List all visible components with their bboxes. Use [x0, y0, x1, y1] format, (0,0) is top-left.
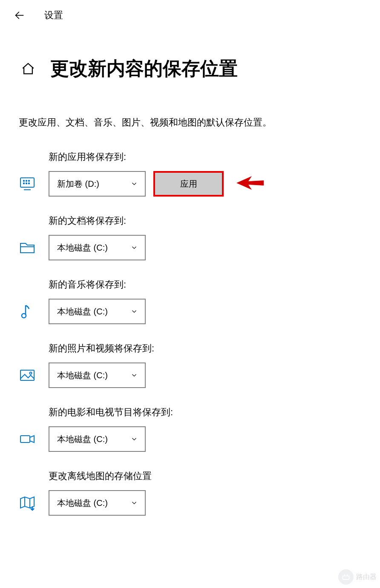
setting-apps: 新的应用将保存到: 新加卷 (D:) 应用: [19, 151, 361, 197]
dropdown-label: 新加卷 (D:): [57, 178, 99, 190]
chevron-down-icon: [130, 371, 138, 379]
svg-point-4: [26, 180, 27, 181]
svg-point-6: [23, 183, 24, 184]
keyboard-monitor-icon: [19, 175, 41, 192]
photos-drive-dropdown[interactable]: 本地磁盘 (C:): [49, 363, 146, 388]
setting-movies-label: 新的电影和电视节目将保存到:: [49, 406, 361, 419]
chevron-down-icon: [130, 244, 138, 251]
music-drive-dropdown[interactable]: 本地磁盘 (C:): [49, 299, 146, 324]
back-button[interactable]: [12, 8, 27, 23]
svg-rect-1: [20, 178, 34, 187]
chevron-down-icon: [130, 308, 138, 315]
dropdown-label: 本地磁盘 (C:): [57, 306, 108, 317]
page-description: 更改应用、文档、音乐、图片、视频和地图的默认保存位置。: [0, 81, 380, 129]
chevron-down-icon: [130, 435, 138, 443]
setting-documents-label: 新的文档将保存到:: [49, 214, 361, 227]
svg-rect-11: [20, 370, 34, 380]
svg-point-7: [26, 183, 27, 184]
dropdown-label: 本地磁盘 (C:): [57, 434, 108, 445]
topbar-title: 设置: [44, 9, 63, 22]
documents-drive-dropdown[interactable]: 本地磁盘 (C:): [49, 235, 146, 260]
arrow-left-icon: [14, 9, 26, 21]
svg-point-10: [22, 314, 26, 318]
movies-drive-dropdown[interactable]: 本地磁盘 (C:): [49, 426, 146, 452]
watermark: 路由器: [338, 569, 377, 585]
svg-rect-17: [343, 576, 349, 579]
setting-music: 新的音乐将保存到: 本地磁盘 (C:): [19, 278, 361, 324]
setting-photos-label: 新的照片和视频将保存到:: [49, 342, 361, 355]
maps-drive-dropdown[interactable]: 本地磁盘 (C:): [49, 490, 146, 516]
setting-maps-label: 更改离线地图的存储位置: [49, 470, 361, 482]
watermark-text: 路由器: [356, 573, 377, 582]
svg-rect-13: [20, 436, 30, 442]
page-title: 更改新内容的保存位置: [50, 56, 238, 81]
picture-icon: [19, 367, 41, 384]
dropdown-label: 本地磁盘 (C:): [57, 242, 108, 254]
setting-apps-label: 新的应用将保存到:: [49, 151, 361, 163]
watermark-badge-icon: [338, 569, 354, 585]
dropdown-label: 本地磁盘 (C:): [57, 370, 108, 381]
svg-marker-14: [30, 436, 34, 442]
map-icon: [19, 494, 41, 511]
setting-photos: 新的照片和视频将保存到: 本地磁盘 (C:): [19, 342, 361, 388]
chevron-down-icon: [130, 499, 138, 507]
setting-documents: 新的文档将保存到: 本地磁盘 (C:): [19, 214, 361, 260]
setting-movies: 新的电影和电视节目将保存到: 本地磁盘 (C:): [19, 406, 361, 452]
home-button[interactable]: [19, 60, 37, 78]
setting-maps: 更改离线地图的存储位置 本地磁盘 (C:): [19, 470, 361, 516]
settings-list: 新的应用将保存到: 新加卷 (D:) 应用: [0, 129, 380, 516]
svg-point-12: [30, 372, 32, 374]
home-icon: [21, 62, 35, 76]
chevron-down-icon: [130, 180, 138, 188]
setting-music-label: 新的音乐将保存到:: [49, 278, 361, 291]
svg-point-8: [29, 183, 29, 184]
music-note-icon: [19, 303, 41, 320]
highlight-arrow-icon: [235, 174, 265, 193]
svg-point-5: [29, 180, 29, 181]
folder-icon: [19, 239, 41, 256]
apps-drive-dropdown[interactable]: 新加卷 (D:): [49, 171, 146, 197]
video-camera-icon: [19, 431, 41, 448]
svg-point-3: [23, 180, 24, 181]
svg-marker-9: [236, 176, 264, 190]
dropdown-label: 本地磁盘 (C:): [57, 497, 108, 509]
apply-button[interactable]: 应用: [153, 171, 224, 197]
